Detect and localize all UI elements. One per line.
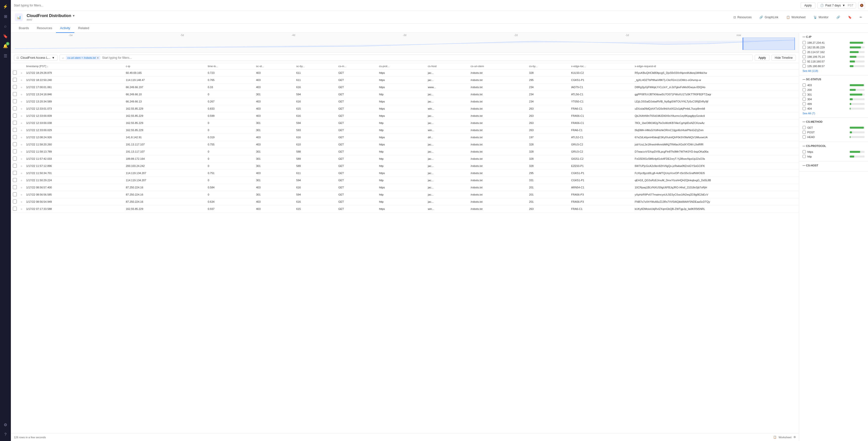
row-checkbox-cell[interactable] — [11, 191, 19, 198]
link-button[interactable]: 🔗 — [834, 14, 842, 20]
notifications-button[interactable]: 🔕 — [858, 2, 865, 9]
row-cs-host: jac... — [426, 170, 469, 177]
row-checkbox-cell[interactable] — [11, 177, 19, 184]
filter-item-checkbox[interactable] — [803, 55, 806, 58]
source-selector[interactable]: ⊡ CloudFront Access L... ▼ — [14, 55, 58, 61]
row-timestamp: 1/17/22 18:29:28.879 — [24, 69, 124, 76]
filter-item-checkbox[interactable] — [803, 51, 806, 54]
filter-item-bar — [850, 42, 865, 44]
row-cs-host: win... — [426, 127, 469, 134]
filter-item-label: http — [807, 155, 848, 158]
edit-button[interactable]: ✏ — [858, 14, 864, 20]
filter-item-checkbox[interactable] — [803, 98, 806, 101]
col-cs-prot[interactable]: cs-prot... — [377, 63, 426, 69]
row-checkbox-cell[interactable] — [11, 134, 19, 141]
row-checkbox-cell[interactable] — [11, 206, 19, 213]
search-icon[interactable]: ⌕ — [1, 22, 10, 31]
row-cs-prot: https — [377, 98, 426, 105]
settings-icon-small[interactable]: ⚙ — [794, 436, 796, 439]
filter-item-checkbox[interactable] — [803, 126, 806, 129]
row-checkbox-cell[interactable] — [11, 98, 19, 105]
filter-item-checkbox[interactable] — [803, 64, 806, 68]
tab-resources[interactable]: Resources — [33, 24, 56, 33]
filter-item-checkbox[interactable] — [803, 131, 806, 134]
row-checkbox-cell[interactable] — [11, 76, 19, 84]
filter-item-checkbox[interactable] — [803, 150, 806, 153]
col-cs-host[interactable]: cs-host — [426, 63, 469, 69]
topbar-apply-button[interactable]: Apply — [801, 2, 815, 8]
row-checkbox-cell[interactable] — [11, 91, 19, 98]
filter-item-checkbox[interactable] — [803, 41, 806, 44]
row-checkbox-cell[interactable] — [11, 105, 19, 112]
row-cs-by: 331 — [527, 177, 569, 184]
row-checkbox-cell[interactable] — [11, 184, 19, 191]
col-x-edge-request-id[interactable]: x-edge-request-id — [633, 63, 799, 69]
bookmark-action-button[interactable]: 🔖 — [846, 14, 854, 20]
row-x-edge-loc: CGK51-P1 — [569, 170, 633, 177]
col-sc-by[interactable]: sc-by... — [294, 63, 336, 69]
worksheet-label[interactable]: Worksheet — [779, 436, 792, 439]
row-checkbox-cell[interactable] — [11, 162, 19, 170]
bookmark-icon[interactable]: 🔖 — [1, 32, 10, 40]
row-checkbox-cell[interactable] — [11, 112, 19, 120]
tab-related[interactable]: Related — [74, 24, 93, 33]
row-x-edge-loc: YT050-C1 — [569, 98, 633, 105]
row-cs-by: 295 — [527, 170, 569, 177]
row-checkbox-cell[interactable] — [11, 170, 19, 177]
filter-item-checkbox[interactable] — [803, 135, 806, 138]
row-checkbox-cell[interactable] — [11, 155, 19, 162]
graphlink-button[interactable]: 🔗 GraphLink — [757, 14, 780, 20]
menu-icon[interactable]: ☰ — [1, 51, 10, 60]
filter-apply-button[interactable]: Apply — [755, 55, 770, 61]
time-range-selector[interactable]: 🕐 Past 7 days ▼ PST — [817, 2, 856, 8]
col-timestamp[interactable]: timestamp [PST] ↓ — [24, 63, 124, 69]
col-x-edge-loc[interactable]: x-edge-loc... — [569, 63, 633, 69]
filter-item-checkbox[interactable] — [803, 46, 806, 49]
col-c-ip[interactable]: c-ip — [124, 63, 206, 69]
resource-info: CloudFront Distribution ▼ aws/ — [27, 13, 75, 21]
filter-item-checkbox[interactable] — [803, 155, 806, 158]
filter-item-checkbox[interactable] — [803, 88, 806, 91]
row-checkbox-cell[interactable] — [11, 127, 19, 134]
resources-button[interactable]: ⊡ Resources — [732, 14, 753, 20]
section-title-cs-method: — CS-METHOD — [803, 120, 823, 123]
bell-notification-icon[interactable]: 🔔 — [1, 41, 10, 51]
tab-boards[interactable]: Boards — [15, 24, 33, 33]
help-icon[interactable]: ? — [1, 430, 10, 439]
see-all-link[interactable]: See All (118) — [803, 69, 818, 72]
filter-item: 200 — [803, 87, 865, 92]
row-checkbox-cell[interactable] — [11, 141, 19, 148]
col-cs-m[interactable]: cs-m... — [336, 63, 377, 69]
row-checkbox-cell[interactable] — [11, 120, 19, 127]
monitor-button[interactable]: 📡 Monitor — [811, 14, 831, 20]
col-cs-by[interactable]: cs-by... — [527, 63, 569, 69]
see-all-link[interactable]: See All (7) — [803, 112, 815, 115]
col-time-lo[interactable]: time-lo... — [206, 63, 254, 69]
filter-input-area[interactable]: ⌕ cs-uri-stem = /robots.txt ✕ — [60, 55, 753, 61]
grid-icon[interactable]: ⊞ — [1, 12, 10, 21]
col-cs-uri-stem[interactable]: cs-uri-stem — [469, 63, 527, 69]
filter-search-input[interactable] — [102, 56, 750, 60]
table-row: 1/17/22 11:58:20.260 191.13.117.107 0.75… — [11, 141, 799, 148]
row-checkbox-cell[interactable] — [11, 69, 19, 76]
settings-icon[interactable]: ⚙ — [1, 420, 10, 429]
filter-item-checkbox[interactable] — [803, 60, 806, 63]
filter-tag-close-button[interactable]: ✕ — [97, 57, 99, 59]
filter-item-checkbox[interactable] — [803, 102, 806, 105]
logo-icon[interactable]: ⚡ — [1, 2, 10, 11]
filter-item-checkbox[interactable] — [803, 93, 806, 96]
filter-item-checkbox[interactable] — [803, 84, 806, 87]
filter-item-checkbox[interactable] — [803, 107, 806, 110]
filter-item-bar — [850, 65, 865, 67]
row-checkbox-cell[interactable] — [11, 84, 19, 91]
topbar-filter-input[interactable] — [14, 2, 799, 9]
timeline-chart[interactable] — [15, 37, 795, 50]
col-sc-st[interactable]: sc-st... — [254, 63, 294, 69]
tab-activity[interactable]: Activity — [56, 24, 74, 33]
row-checkbox-cell[interactable] — [11, 198, 19, 206]
row-x-edge-loc: FRA6-C1 — [569, 206, 633, 213]
row-checkbox-cell[interactable] — [11, 148, 19, 155]
resource-title[interactable]: CloudFront Distribution ▼ — [27, 13, 75, 18]
hide-timeline-button[interactable]: Hide Timeline — [772, 55, 796, 61]
worksheet-button[interactable]: 📋 Worksheet — [784, 14, 808, 20]
